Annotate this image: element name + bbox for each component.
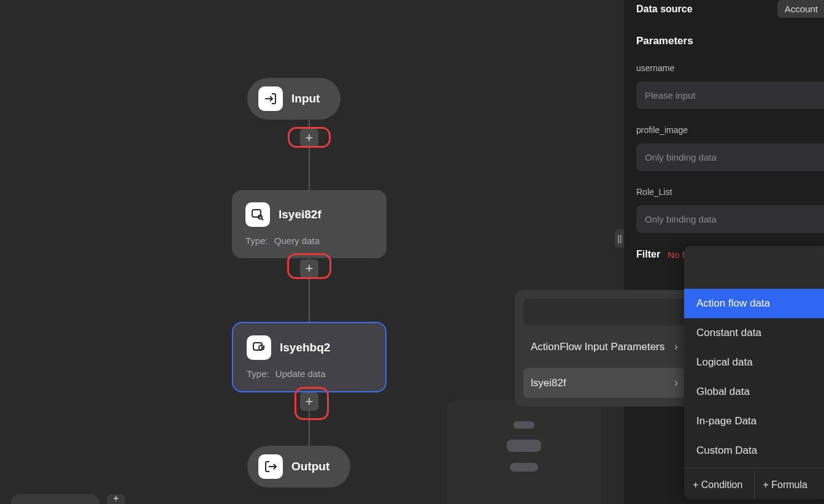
flow-node-update[interactable]: lsyehbq2 Type: Update data [232,322,387,392]
profile-image-input[interactable]: Only binding data [636,143,824,171]
data-type-option[interactable]: In-page Data [684,407,824,436]
popover-search-input[interactable] [523,299,685,326]
chevron-right-icon: › [674,340,678,353]
username-input[interactable]: Please input [636,82,824,109]
popover-item-label: ActionFlow Input Parameters [531,341,664,353]
output-node-label: Output [291,460,329,473]
divider [684,468,824,468]
zoom-plus-button[interactable]: + [107,494,125,504]
node-type-value: Update data [275,368,326,379]
data-source-value[interactable]: Account [777,0,824,18]
query-icon [245,202,270,227]
chevron-right-icon: › [674,376,678,389]
input-node[interactable]: Input [247,78,341,120]
data-type-option[interactable]: Custom Data [684,436,824,465]
data-type-option[interactable]: Global data [684,377,824,407]
canvas-footer-controls: + [11,494,125,504]
filter-label: Filter [636,249,660,260]
output-icon [258,454,283,479]
input-node-label: Input [291,92,320,105]
data-type-popover: Action flow data Constant data Logical d… [684,246,824,499]
add-node-button[interactable]: + [300,392,318,411]
add-node-button[interactable]: + [300,259,318,278]
preview-placeholder [447,400,601,504]
add-formula-button[interactable]: + Formula [755,471,825,499]
output-node[interactable]: Output [247,446,350,487]
data-type-option[interactable]: Action flow data [684,289,824,318]
input-icon [258,86,283,111]
add-node-button[interactable]: + [300,129,318,147]
popover-search-input[interactable] [684,246,824,289]
field-label: profile_image [636,125,824,135]
popover-item-label: lsyei82f [531,377,566,389]
zoom-control[interactable] [11,494,99,504]
flow-node-query[interactable]: lsyei82f Type: Query data [232,190,387,258]
popover-item-actionflow-input[interactable]: ActionFlow Input Parameters › [523,332,685,362]
field-label: Role_List [636,187,824,197]
field-label: username [636,63,824,73]
update-icon [247,335,271,360]
node-title: lsyehbq2 [280,341,330,354]
data-source-label: Data source [636,4,693,15]
svg-rect-2 [253,343,262,350]
node-title: lsyei82f [279,208,322,221]
data-type-option[interactable]: Logical data [684,348,824,377]
role-list-input[interactable]: Only binding data [636,205,824,233]
node-type-label: Type: [247,368,269,379]
parameters-title: Parameters [636,35,824,47]
parameter-source-popover: ActionFlow Input Parameters › lsyei82f › [515,290,694,407]
node-type-label: Type: [245,235,268,246]
add-condition-button[interactable]: + Condition [684,471,755,499]
data-type-option[interactable]: Constant data [684,318,824,348]
popover-item-node[interactable]: lsyei82f › [523,368,685,398]
node-type-value: Query data [274,235,320,246]
